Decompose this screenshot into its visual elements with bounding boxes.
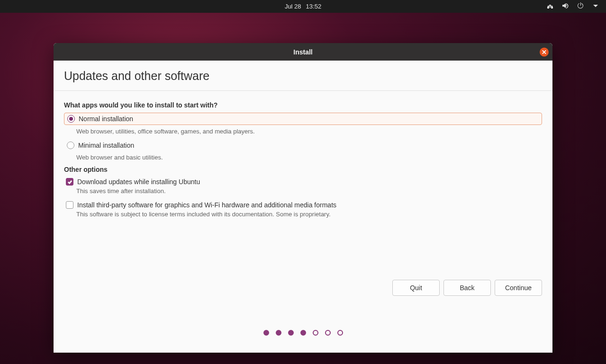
radio-normal-installation[interactable]: Normal installation: [64, 113, 542, 125]
system-top-bar: Jul 28 13:52: [0, 0, 606, 13]
radio-label: Normal installation: [79, 115, 133, 123]
checkbox-third-party[interactable]: Install third-party software for graphic…: [64, 201, 542, 209]
topbar-time: 13:52: [306, 3, 322, 10]
progress-dots: [263, 330, 343, 336]
step-dot: [325, 330, 331, 336]
continue-button[interactable]: Continue: [495, 280, 542, 296]
installer-window: Install Updates and other software What …: [54, 43, 552, 353]
radio-minimal-installation[interactable]: Minimal installation: [64, 140, 542, 151]
step-dot: [276, 330, 281, 336]
network-icon[interactable]: [546, 2, 554, 11]
quit-button[interactable]: Quit: [392, 280, 440, 296]
radio-icon: [67, 115, 75, 123]
back-button[interactable]: Back: [443, 280, 491, 296]
third-party-desc: This software is subject to license term…: [76, 211, 542, 218]
install-question: What apps would you like to install to s…: [64, 101, 542, 109]
power-icon[interactable]: [577, 2, 584, 11]
wizard-buttons: Quit Back Continue: [392, 280, 542, 296]
topbar-date: Jul 28: [285, 3, 301, 10]
minimal-install-desc: Web browser and basic utilities.: [76, 154, 542, 161]
window-title: Install: [293, 48, 312, 56]
topbar-status-icons: [546, 2, 599, 11]
page-header: Updates and other software: [54, 61, 552, 91]
window-titlebar: Install: [54, 43, 552, 61]
close-button[interactable]: [540, 47, 549, 56]
checkbox-label: Install third-party software for graphic…: [77, 201, 336, 209]
checkbox-icon: [66, 178, 73, 186]
step-dot: [288, 330, 294, 336]
checkbox-label: Download updates while installing Ubuntu: [77, 178, 200, 186]
radio-label: Minimal installation: [78, 142, 134, 149]
volume-icon[interactable]: [561, 2, 569, 11]
checkbox-icon: [66, 201, 73, 209]
page-content: What apps would you like to install to s…: [54, 91, 552, 353]
close-icon: [542, 50, 546, 54]
chevron-down-icon[interactable]: [592, 2, 599, 11]
step-dot: [337, 330, 343, 336]
step-dot: [313, 330, 318, 336]
radio-icon: [67, 142, 74, 149]
step-dot: [263, 330, 269, 336]
step-dot: [300, 330, 306, 336]
page-title: Updates and other software: [64, 69, 542, 83]
normal-install-desc: Web browser, utilities, office software,…: [76, 128, 542, 135]
other-options-header: Other options: [64, 166, 542, 173]
download-updates-desc: This saves time after installation.: [76, 187, 542, 195]
checkbox-download-updates[interactable]: Download updates while installing Ubuntu: [64, 178, 542, 186]
